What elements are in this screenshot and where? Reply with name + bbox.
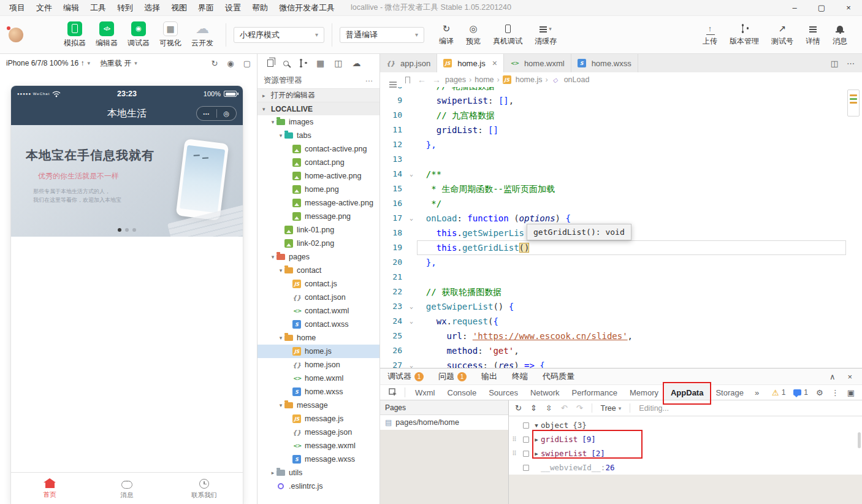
code-line-19[interactable]: 19 this.getGridList() <box>380 240 862 255</box>
devtools-tab-storage[interactable]: Storage <box>709 385 750 400</box>
tree-item-contact-active-png[interactable]: contact-active.png <box>257 142 380 156</box>
collapse-panel-icon[interactable]: ∧ <box>830 372 836 381</box>
appdata-row-swiperlist[interactable]: ⠿ ▶ swiperList [2] <box>509 446 862 460</box>
menu-item-转到[interactable]: 转到 <box>112 2 139 13</box>
visualization-button[interactable]: ▦ 可视化 <box>159 21 181 48</box>
menu-item-视图[interactable]: 视图 <box>166 2 193 13</box>
appdata-row-gridlist[interactable]: ⠿ ▶ gridList [9] <box>509 432 862 446</box>
close-panel-icon[interactable]: × <box>847 372 852 381</box>
more-actions-icon[interactable]: ⋯ <box>365 76 374 85</box>
record-icon[interactable]: ◉ <box>227 59 234 68</box>
code-line-27[interactable]: 27 ⌄ success: (res) => { <box>380 358 862 368</box>
tree-item-link-01-png[interactable]: link-01.png <box>257 223 380 237</box>
code-line-14[interactable]: 14 ⌄ /** <box>380 167 862 181</box>
tree-item-contact-js[interactable]: JS contact.js <box>257 277 380 291</box>
code-line-16[interactable]: 16 */ <box>380 196 862 211</box>
debugger-button[interactable]: ◉ 调试器 <box>128 21 150 48</box>
tree-item-home[interactable]: ▾ home <box>257 331 380 345</box>
preview-button[interactable]: ◎ 预览 <box>466 23 481 47</box>
editor-tab-app-json[interactable]: {}app.json <box>380 54 437 72</box>
editor-tab-home-wxml[interactable]: <>home.wxml <box>504 54 571 72</box>
devtools-tab-memory[interactable]: Memory <box>624 385 665 400</box>
fold-icon[interactable]: ⌄ <box>407 299 416 314</box>
code-line-23[interactable]: 23 ⌄ getSwiperList() { <box>380 299 862 314</box>
tree-item-message-wxml[interactable]: <> message.wxml <box>257 439 380 452</box>
menu-item-文件[interactable]: 文件 <box>31 2 58 13</box>
breadcrumb-home[interactable]: home <box>475 75 494 84</box>
explorer-section-打开的编辑器[interactable]: ▸ 打开的编辑器 <box>257 88 380 102</box>
tree-item-pages[interactable]: ▾ pages <box>257 250 380 264</box>
message-count-icon[interactable] <box>793 389 801 395</box>
forward-icon[interactable]: → <box>432 75 441 85</box>
code-line-18[interactable]: 18 this.getSwiperLisgetGridList(): void <box>380 226 862 240</box>
panel-tab-code-quality[interactable]: 代码质量 <box>535 368 582 384</box>
tree-item-home-wxml[interactable]: <> home.wxml <box>257 372 380 385</box>
menu-item-微信开发者工具[interactable]: 微信开发者工具 <box>273 2 340 13</box>
rotate-icon[interactable]: ↻ <box>211 59 218 68</box>
code-line-26[interactable]: 26 method: 'get', <box>380 343 862 358</box>
cloud-dev-button[interactable]: ☁ 云开发 <box>191 21 213 48</box>
minimap[interactable] <box>847 90 860 116</box>
menu-item-工具[interactable]: 工具 <box>85 2 112 13</box>
kebab-menu-icon[interactable]: ⋮ <box>831 388 839 397</box>
editor-tab-home-js[interactable]: JShome.js × <box>437 54 504 72</box>
code-line-12[interactable]: 12 }, <box>380 137 862 152</box>
code-line-8[interactable]: 8 // 轮播图数据 <box>380 87 862 93</box>
code-line-15[interactable]: 15 * 生命周期函数--监听页面加载 <box>380 181 862 196</box>
tabs-overflow-icon[interactable]: » <box>750 388 764 397</box>
code-line-24[interactable]: 24 ⌄ wx.request({ <box>380 314 862 329</box>
tree-item-message-wxss[interactable]: S message.wxss <box>257 452 380 466</box>
tree-item-message-js[interactable]: JS message.js <box>257 412 380 426</box>
inspect-element-icon[interactable] <box>389 388 397 397</box>
tree-item-home-wxss[interactable]: S home.wxss <box>257 385 380 399</box>
menu-item-帮助[interactable]: 帮助 <box>246 2 273 13</box>
tree-item-home-json[interactable]: {} home.json <box>257 358 380 372</box>
tree-item-message[interactable]: ▾ message <box>257 399 380 412</box>
dock-layout-icon[interactable]: ▣ <box>847 388 855 397</box>
avatar[interactable] <box>9 28 23 42</box>
code-line-11[interactable]: 11 gridList: [] <box>380 123 862 137</box>
messages-button[interactable]: 消息 <box>833 23 847 47</box>
mode-dropdown[interactable]: 小程序模式 ▾ <box>234 27 324 43</box>
tree-item-contact-wxml[interactable]: <> contact.wxml <box>257 304 380 318</box>
code-line-22[interactable]: 22 // 获取轮播图数据 <box>380 284 862 299</box>
git-branch-icon[interactable] <box>299 59 307 68</box>
tree-item-tabs[interactable]: ▾ tabs <box>257 129 380 142</box>
capsule-button[interactable]: ••• ◎ <box>196 106 237 121</box>
editor-button[interactable]: </> 编辑器 <box>96 21 118 48</box>
row-box-icon[interactable] <box>523 437 529 443</box>
breadcrumb-pages[interactable]: pages <box>445 75 466 84</box>
remote-debug-button[interactable]: 真机调试 <box>493 23 522 47</box>
code-area[interactable]: 8 // 轮播图数据 9 swiperList: [], 10 // 九宫格数据… <box>380 87 862 368</box>
menu-item-界面[interactable]: 界面 <box>193 2 219 13</box>
page-item[interactable]: ▤ pages/home/home <box>380 415 508 430</box>
tree-item-images[interactable]: ▾ images <box>257 115 380 129</box>
code-line-10[interactable]: 10 // 九宫格数据 <box>380 108 862 123</box>
devtools-tab-network[interactable]: Network <box>524 385 566 400</box>
device-selector[interactable]: iPhone 6/7/8 100% 16 ↑ ▾ <box>6 59 90 67</box>
search-icon[interactable] <box>283 61 289 66</box>
panel-tab-problems[interactable]: 问题 1 <box>431 368 474 384</box>
frame-icon[interactable]: ▢ <box>243 59 251 68</box>
maximize-button[interactable]: ▢ <box>808 0 835 16</box>
devtools-tab-appdata[interactable]: AppData <box>665 385 709 400</box>
phone-tab-home[interactable]: 首页 <box>11 473 88 504</box>
tree-item-message-png[interactable]: message.png <box>257 210 380 223</box>
devtools-tab-console[interactable]: Console <box>441 385 483 400</box>
fold-icon[interactable]: ⌄ <box>407 314 416 329</box>
drag-handle-icon[interactable]: ⠿ <box>509 436 520 443</box>
devtools-tab-performance[interactable]: Performance <box>566 385 624 400</box>
menu-item-编辑[interactable]: 编辑 <box>58 2 85 13</box>
devtools-tab-wxml[interactable]: Wxml <box>409 385 441 400</box>
tree-item-message-json[interactable]: {} message.json <box>257 426 380 439</box>
fold-icon[interactable]: ⌄ <box>407 167 416 181</box>
tree-item-contact-json[interactable]: {} contact.json <box>257 291 380 304</box>
phone-tab-contact-us[interactable]: 联系我们 <box>166 473 243 504</box>
bookmark-icon[interactable] <box>405 77 410 83</box>
breadcrumb-onload[interactable]: ◇onLoad <box>551 75 590 84</box>
cloud-icon[interactable]: ☁ <box>352 58 360 68</box>
menu-item-项目[interactable]: 项目 <box>4 2 31 13</box>
menu-item-选择[interactable]: 选择 <box>139 2 166 13</box>
breadcrumb-home-js[interactable]: JShome.js <box>503 75 543 84</box>
devtools-tab-sources[interactable]: Sources <box>482 385 524 400</box>
